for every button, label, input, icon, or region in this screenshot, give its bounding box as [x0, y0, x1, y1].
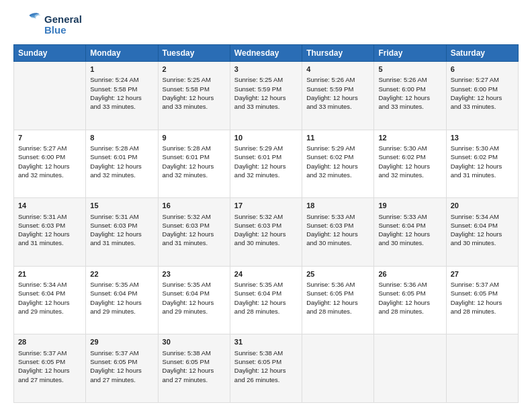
- cell-line: Sunrise: 5:32 AM: [163, 212, 226, 221]
- calendar-cell: 26Sunrise: 5:36 AMSunset: 6:05 PMDayligh…: [374, 266, 446, 334]
- cell-line: Sunrise: 5:28 AM: [163, 144, 226, 152]
- cell-line: Sunset: 6:05 PM: [451, 289, 514, 298]
- cell-line: Daylight: 12 hours: [306, 230, 369, 238]
- calendar-cell: 30Sunrise: 5:38 AMSunset: 6:05 PMDayligh…: [158, 334, 230, 403]
- cell-line: Sunrise: 5:36 AM: [378, 280, 441, 289]
- calendar-cell: 24Sunrise: 5:35 AMSunset: 6:04 PMDayligh…: [230, 266, 302, 334]
- col-header-friday: Friday: [374, 45, 446, 62]
- cell-line: Sunrise: 5:35 AM: [90, 280, 153, 289]
- calendar-table: SundayMondayTuesdayWednesdayThursdayFrid…: [13, 44, 519, 403]
- calendar-cell: [374, 334, 446, 403]
- cell-line: Sunrise: 5:28 AM: [90, 144, 153, 152]
- cell-line: Daylight: 12 hours: [306, 93, 369, 102]
- cell-line: Daylight: 12 hours: [90, 366, 153, 375]
- cell-line: and 32 minutes.: [378, 171, 441, 179]
- cell-line: Sunset: 5:59 PM: [306, 85, 369, 93]
- calendar-cell: 7Sunrise: 5:27 AMSunset: 6:00 PMDaylight…: [14, 130, 86, 198]
- day-number: 27: [451, 269, 514, 279]
- cell-line: Daylight: 12 hours: [451, 230, 514, 238]
- cell-line: Daylight: 12 hours: [163, 366, 226, 375]
- cell-line: Sunrise: 5:24 AM: [90, 75, 153, 84]
- day-number: 3: [234, 64, 298, 75]
- header-row: SundayMondayTuesdayWednesdayThursdayFrid…: [14, 45, 519, 62]
- cell-line: Sunrise: 5:34 AM: [451, 212, 514, 221]
- cell-line: Daylight: 12 hours: [234, 93, 298, 102]
- cell-line: Sunset: 6:05 PM: [378, 289, 441, 298]
- cell-line: and 29 minutes.: [90, 307, 153, 316]
- calendar-cell: 17Sunrise: 5:32 AMSunset: 6:03 PMDayligh…: [230, 198, 302, 267]
- day-number: 1: [90, 64, 153, 75]
- cell-line: and 28 minutes.: [306, 307, 369, 316]
- logo-general: General: [44, 14, 82, 26]
- cell-line: Daylight: 12 hours: [306, 298, 369, 307]
- cell-line: and 33 minutes.: [306, 102, 369, 111]
- day-number: 23: [163, 269, 226, 279]
- cell-line: Daylight: 12 hours: [163, 230, 226, 238]
- cell-line: Sunset: 6:03 PM: [163, 221, 226, 230]
- cell-line: Daylight: 12 hours: [306, 162, 369, 171]
- calendar-cell: 10Sunrise: 5:29 AMSunset: 6:01 PMDayligh…: [230, 130, 302, 198]
- cell-line: Daylight: 12 hours: [18, 366, 81, 375]
- day-number: 22: [90, 269, 153, 279]
- calendar-cell: 4Sunrise: 5:26 AMSunset: 5:59 PMDaylight…: [302, 62, 374, 130]
- day-number: 18: [306, 201, 369, 211]
- cell-line: Sunset: 6:04 PM: [451, 221, 514, 230]
- calendar-cell: 27Sunrise: 5:37 AMSunset: 6:05 PMDayligh…: [446, 266, 518, 334]
- cell-line: Daylight: 12 hours: [163, 162, 226, 171]
- cell-line: and 33 minutes.: [234, 102, 298, 111]
- cell-line: Daylight: 12 hours: [18, 298, 81, 307]
- cell-line: Sunrise: 5:32 AM: [234, 212, 298, 221]
- cell-line: and 33 minutes.: [163, 102, 226, 111]
- page: General Blue SundayMondayTuesdayWednesda…: [0, 0, 532, 411]
- cell-line: Daylight: 12 hours: [163, 93, 226, 102]
- cell-line: and 27 minutes.: [18, 375, 81, 384]
- cell-line: Sunset: 6:05 PM: [234, 357, 298, 366]
- day-number: 5: [378, 64, 441, 75]
- week-row-2: 7Sunrise: 5:27 AMSunset: 6:00 PMDaylight…: [14, 130, 519, 198]
- cell-line: Sunset: 5:58 PM: [90, 85, 153, 93]
- calendar-cell: 13Sunrise: 5:30 AMSunset: 6:02 PMDayligh…: [446, 130, 518, 198]
- cell-line: Sunrise: 5:31 AM: [90, 212, 153, 221]
- day-number: 9: [163, 133, 226, 143]
- day-number: 26: [378, 269, 441, 279]
- day-number: 7: [18, 133, 81, 143]
- cell-line: Daylight: 12 hours: [451, 298, 514, 307]
- calendar-cell: 12Sunrise: 5:30 AMSunset: 6:02 PMDayligh…: [374, 130, 446, 198]
- day-number: 14: [18, 201, 81, 211]
- calendar-cell: 1Sunrise: 5:24 AMSunset: 5:58 PMDaylight…: [86, 62, 158, 130]
- day-number: 13: [451, 133, 514, 143]
- cell-line: Sunset: 6:02 PM: [306, 152, 369, 161]
- cell-line: Sunrise: 5:27 AM: [451, 75, 514, 84]
- cell-line: and 33 minutes.: [378, 102, 441, 111]
- calendar-cell: 8Sunrise: 5:28 AMSunset: 6:01 PMDaylight…: [86, 130, 158, 198]
- cell-line: Daylight: 12 hours: [378, 298, 441, 307]
- cell-line: Sunset: 6:00 PM: [378, 85, 441, 93]
- calendar-cell: 19Sunrise: 5:33 AMSunset: 6:04 PMDayligh…: [374, 198, 446, 267]
- calendar-cell: 31Sunrise: 5:38 AMSunset: 6:05 PMDayligh…: [230, 334, 302, 403]
- cell-line: and 32 minutes.: [90, 171, 153, 179]
- logo-blue: Blue: [44, 25, 82, 36]
- day-number: 10: [234, 133, 298, 143]
- cell-line: Daylight: 12 hours: [90, 93, 153, 102]
- cell-line: Sunset: 6:04 PM: [18, 289, 81, 298]
- col-header-wednesday: Wednesday: [230, 45, 302, 62]
- week-row-1: 1Sunrise: 5:24 AMSunset: 5:58 PMDaylight…: [14, 62, 519, 130]
- calendar-cell: [446, 334, 518, 403]
- cell-line: Sunset: 5:59 PM: [234, 85, 298, 93]
- calendar-cell: 28Sunrise: 5:37 AMSunset: 6:05 PMDayligh…: [14, 334, 86, 403]
- cell-line: Sunrise: 5:33 AM: [306, 212, 369, 221]
- cell-line: Sunset: 6:00 PM: [18, 152, 81, 161]
- day-number: 2: [163, 64, 226, 75]
- calendar-cell: 3Sunrise: 5:25 AMSunset: 5:59 PMDaylight…: [230, 62, 302, 130]
- day-number: 8: [90, 133, 153, 143]
- calendar-cell: 25Sunrise: 5:36 AMSunset: 6:05 PMDayligh…: [302, 266, 374, 334]
- cell-line: Daylight: 12 hours: [234, 230, 298, 238]
- cell-line: Sunrise: 5:27 AM: [18, 144, 81, 152]
- cell-line: Daylight: 12 hours: [18, 230, 81, 238]
- day-number: 25: [306, 269, 369, 279]
- cell-line: Sunset: 6:01 PM: [234, 152, 298, 161]
- cell-line: and 31 minutes.: [90, 238, 153, 247]
- day-number: 20: [451, 201, 514, 211]
- cell-line: and 30 minutes.: [234, 238, 298, 247]
- cell-line: Sunrise: 5:38 AM: [163, 349, 226, 357]
